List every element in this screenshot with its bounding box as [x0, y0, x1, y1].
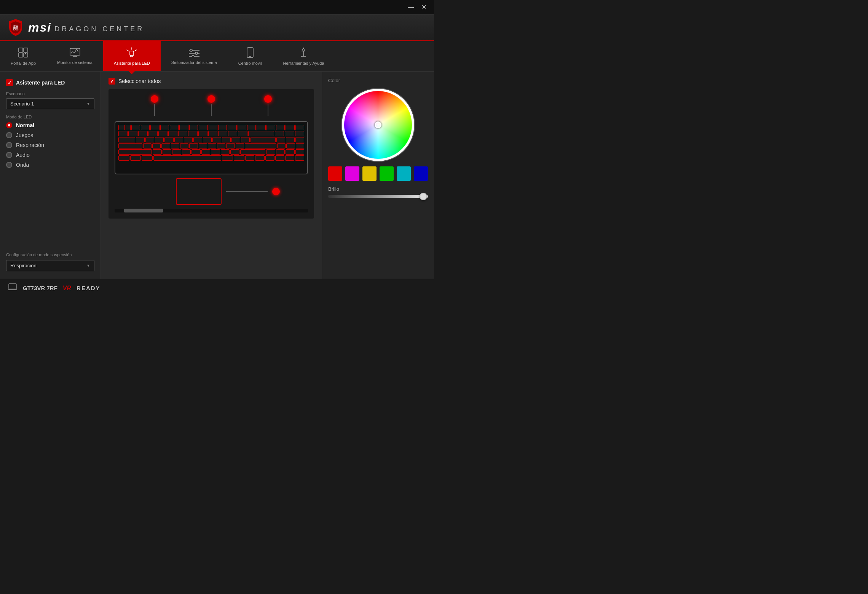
footer: GT73VR 7RF VR READY — [0, 279, 434, 297]
tab-led-label: Asistente para LED — [114, 61, 150, 65]
led-mode-label: Modo de LED — [6, 115, 94, 119]
led-enable-checkbox[interactable] — [6, 79, 13, 86]
color-swatches — [328, 166, 428, 181]
tab-monitor-label: Monitor de sistema — [57, 60, 93, 65]
scenario-label: Escenario — [6, 91, 94, 96]
mode-radio-juegos — [6, 132, 12, 138]
keyboard-visual[interactable] — [115, 121, 308, 174]
tab-portal-label: Portal de App — [11, 61, 36, 65]
touchpad-row — [115, 178, 308, 205]
mode-radio-normal — [6, 122, 12, 128]
keyboard-scrollbar[interactable] — [115, 209, 308, 212]
sidebar: Asistente para LED Escenario Scenario 1 … — [0, 72, 101, 279]
led-circle-left — [151, 95, 158, 103]
mode-radio-respiracion — [6, 142, 12, 148]
scenario-dropdown-arrow: ▼ — [86, 102, 90, 106]
led-circle-center — [207, 95, 215, 103]
select-all-checkbox[interactable] — [108, 78, 115, 85]
mode-radio-audio — [6, 152, 12, 158]
title-bar: — ✕ — [0, 0, 434, 14]
vr-label: VR — [63, 285, 71, 292]
swatch-cyan[interactable] — [397, 166, 411, 181]
swatch-blue[interactable] — [414, 166, 428, 181]
svg-text:龍: 龍 — [13, 25, 19, 31]
tab-centro-label: Centro móvil — [238, 61, 262, 65]
model-label: GT73VR 7RF — [23, 285, 57, 291]
minimize-button[interactable]: — — [404, 3, 418, 11]
color-wheel-cursor[interactable] — [375, 121, 381, 128]
led-icon — [126, 47, 137, 59]
right-panel: Color Brillo — [322, 72, 434, 279]
msi-shield-icon: 龍 — [8, 18, 24, 37]
led-mode-section: Modo de LED Normal Juegos Respiración — [6, 115, 94, 168]
scenario-value: Scenario 1 — [10, 101, 34, 107]
tab-portal[interactable]: Portal de App — [0, 41, 46, 71]
tab-monitor[interactable]: Monitor de sistema — [46, 41, 103, 71]
color-wheel[interactable] — [342, 89, 414, 161]
led-circle-right — [264, 95, 272, 103]
led-point-left[interactable] — [151, 95, 158, 116]
app-header: 龍 msi DRAGON CENTER — [0, 14, 434, 41]
swatch-red[interactable] — [328, 166, 342, 181]
mode-option-onda[interactable]: Onda — [6, 162, 94, 168]
tab-herramientas-label: Herramientas y Ayuda — [283, 61, 324, 65]
suspend-value: Respiración — [10, 263, 37, 268]
main-content: Asistente para LED Escenario Scenario 1 … — [0, 72, 434, 279]
tab-herramientas[interactable]: Herramientas y Ayuda — [272, 41, 335, 71]
color-label: Color — [328, 78, 428, 83]
msi-logo-text: msi — [28, 21, 51, 35]
led-line-right — [268, 104, 268, 116]
mode-label-audio: Audio — [16, 152, 30, 158]
svg-point-15 — [195, 52, 198, 54]
nav-tabs: Portal de App Monitor de sistema Asisten… — [0, 41, 434, 72]
center-area: Seleccionar todos — [101, 72, 322, 279]
tab-sintonizador-label: Sintonizador del sistema — [171, 60, 217, 65]
brightness-slider[interactable] — [328, 195, 428, 198]
scrollbar-thumb — [124, 209, 163, 212]
touchpad-line — [226, 191, 268, 192]
scenario-dropdown[interactable]: Scenario 1 ▼ — [6, 98, 94, 109]
brightness-label: Brillo — [328, 186, 428, 192]
mode-option-juegos[interactable]: Juegos — [6, 132, 94, 138]
tab-sintonizador[interactable]: Sintonizador del sistema — [161, 41, 228, 71]
swatch-yellow[interactable] — [362, 166, 377, 181]
suspend-section: Configuración de modo suspensión Respira… — [6, 252, 94, 271]
monitor-icon — [70, 48, 80, 59]
led-points-row — [115, 95, 308, 116]
portal-icon — [18, 47, 29, 59]
svg-rect-3 — [19, 53, 23, 57]
color-wheel-container — [328, 89, 428, 161]
svg-point-18 — [192, 55, 194, 57]
led-assistant-title: Asistente para LED — [6, 79, 94, 86]
led-point-center[interactable] — [207, 95, 215, 116]
svg-rect-25 — [9, 284, 16, 289]
swatch-magenta[interactable] — [345, 166, 359, 181]
laptop-icon — [8, 283, 18, 294]
brightness-thumb[interactable] — [420, 193, 427, 200]
mode-option-respiracion[interactable]: Respiración — [6, 142, 94, 148]
app-subtitle: DRAGON CENTER — [54, 22, 144, 33]
svg-rect-1 — [19, 48, 23, 52]
touchpad-visual[interactable] — [176, 178, 222, 205]
svg-point-12 — [190, 49, 192, 51]
tab-led[interactable]: Asistente para LED — [103, 41, 161, 71]
close-button[interactable]: ✕ — [418, 3, 430, 11]
svg-rect-21 — [247, 48, 253, 57]
touchpad-led[interactable] — [272, 188, 280, 195]
herramientas-icon — [298, 47, 309, 59]
tab-centro[interactable]: Centro móvil — [228, 41, 273, 71]
led-point-right[interactable] — [264, 95, 272, 116]
brightness-section: Brillo — [328, 186, 428, 198]
led-line-center — [211, 104, 212, 116]
svg-rect-8 — [130, 51, 134, 56]
mode-option-normal[interactable]: Normal — [6, 122, 94, 128]
mode-option-audio[interactable]: Audio — [6, 152, 94, 158]
sintonizador-icon — [188, 48, 200, 59]
keyboard-area — [108, 89, 314, 219]
mode-label-normal: Normal — [16, 122, 34, 128]
mode-radio-onda — [6, 162, 12, 168]
suspend-dropdown[interactable]: Respiración ▼ — [6, 260, 94, 271]
centro-icon — [246, 47, 254, 59]
ready-label: READY — [77, 285, 101, 291]
swatch-green[interactable] — [380, 166, 394, 181]
